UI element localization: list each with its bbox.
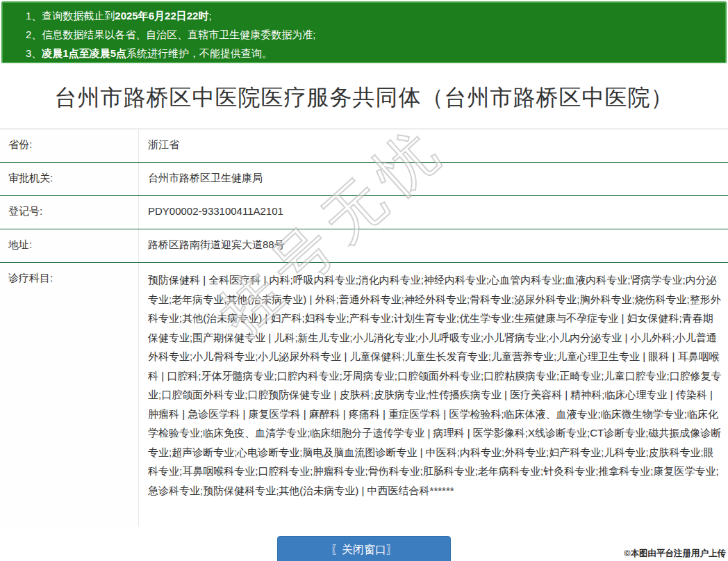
- notice-text: 信息数据结果以各省、自治区、直辖市卫生健康委数据为准;: [42, 29, 315, 40]
- field-value-address: 路桥区路南街道迎宾大道88号: [139, 229, 728, 262]
- page-title: 台州市路桥区中医院医疗服务共同体（台州市路桥区中医院）: [0, 82, 728, 113]
- notice-text-bold: 2025年6月22日22时: [115, 10, 208, 22]
- notice-line-3: 3、凌晨1点至凌晨5点系统进行维护，不能提供查询。: [26, 44, 718, 63]
- notice-text-bold: 凌晨1点至凌晨5点: [42, 47, 126, 59]
- notice-text: 查询数据截止到: [42, 10, 115, 22]
- table-row-address: 地址: 路桥区路南街道迎宾大道88号: [0, 229, 728, 263]
- table-row-approval-authority: 审批机关: 台州市路桥区卫生健康局: [0, 163, 728, 196]
- table-row-registration-number: 登记号: PDY00002-933100411A2101: [0, 196, 728, 229]
- field-label-province: 省份:: [0, 129, 139, 162]
- notice-number: 2、: [26, 29, 42, 40]
- notice-banner: 1、查询数据截止到2025年6月22日22时; 2、信息数据结果以各省、自治区、…: [1, 1, 727, 63]
- notice-number: 3、: [26, 47, 42, 59]
- table-row-province: 省份: 浙江省: [0, 129, 728, 163]
- field-value-medical-departments: 预防保健科 | 全科医疗科 | 内科;呼吸内科专业;消化内科专业;神经内科专业;…: [139, 263, 728, 527]
- notice-line-2: 2、信息数据结果以各省、自治区、直辖市卫生健康委数据为准;: [26, 25, 718, 44]
- field-label-registration-number: 登记号:: [0, 196, 139, 229]
- close-window-button[interactable]: 〖关闭窗口〗: [277, 536, 451, 561]
- corner-watermark: ©本图由平台注册用户上传: [624, 548, 726, 560]
- field-value-province: 浙江省: [139, 129, 728, 162]
- field-label-approval-authority: 审批机关:: [0, 163, 139, 195]
- notice-number: 1、: [26, 10, 42, 22]
- notice-text: 系统进行维护，不能提供查询。: [126, 47, 272, 59]
- notice-line-1: 1、查询数据截止到2025年6月22日22时;: [26, 6, 718, 25]
- field-label-address: 地址:: [0, 229, 139, 262]
- notice-text: ;: [208, 10, 211, 22]
- institution-detail-table: 省份: 浙江省 审批机关: 台州市路桥区卫生健康局 登记号: PDY00002-…: [0, 129, 728, 527]
- table-row-medical-departments: 诊疗科目: 预防保健科 | 全科医疗科 | 内科;呼吸内科专业;消化内科专业;神…: [0, 263, 728, 527]
- field-value-registration-number: PDY00002-933100411A2101: [139, 196, 728, 229]
- field-label-medical-departments: 诊疗科目:: [0, 263, 139, 527]
- field-value-approval-authority: 台州市路桥区卫生健康局: [139, 163, 728, 195]
